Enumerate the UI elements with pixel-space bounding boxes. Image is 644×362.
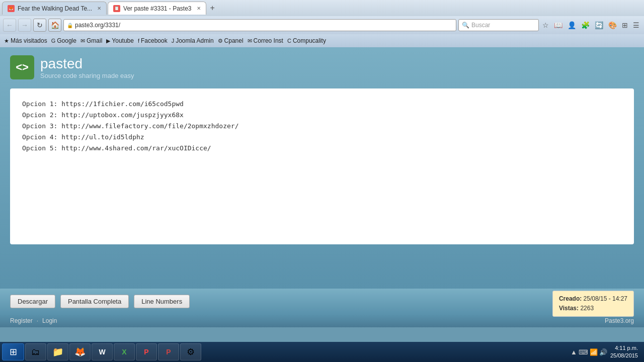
taskbar-sys: ▲ ⌨ 📶 🔊 4:11 p.m. 25/08/2015 [567,344,642,360]
nav-bar: ← → ↻ 🏠 🔒 paste3.org/3331/ 🔍 Buscar ☆ 📖 … [0,16,644,34]
register-link[interactable]: Register [10,317,33,324]
linenumbers-button[interactable]: Line Numbers [134,295,190,308]
search-bar[interactable]: 🔍 Buscar [458,19,539,31]
bookmark-correo[interactable]: ✉ Correo Inst [248,37,283,44]
views-label: Vistas: [559,305,579,312]
taskbar-app-8[interactable]: ⚙ [180,343,201,360]
paste-line-4: Opcion 4: http://ul.to/id5ldphz [22,132,622,143]
notification-icon[interactable]: ▲ [571,348,577,356]
paint-icon[interactable]: 🎨 [607,21,618,29]
sys-icons: ▲ ⌨ 📶 🔊 [571,348,607,356]
bookmark-cpanel[interactable]: ⚙ Cpanel [218,37,244,44]
pasted-brand: pasted Source code sharing made easy [40,56,134,79]
paste-line-1: Opcion 1: https://1fichier.com/i65cod5pw… [22,99,622,110]
pasted-logo-text: pasted [40,56,134,72]
menu-icon[interactable]: ☰ [631,21,641,29]
home-button[interactable]: 🏠 [48,19,61,32]
views-value: 2263 [580,305,594,312]
bookmark-joomla[interactable]: J Joomla Admin [172,37,214,44]
footer-separator: · [37,317,38,324]
meta-box: Creado: 25/08/15 - 14:27 Vistas: 2263 [552,291,634,317]
taskbar-app-2[interactable]: 📁 [47,343,68,360]
tab2-favicon: 📋 [113,5,120,12]
taskbar-app-5[interactable]: X [114,343,135,360]
bookmark-mas-visitados[interactable]: ★ Más visitados [4,37,47,44]
sys-time[interactable]: 4:11 p.m. 25/08/2015 [610,344,638,360]
extensions-icon[interactable]: 🧩 [580,21,591,29]
main-content: <> pasted Source code sharing made easy … [0,47,644,289]
search-icon: 🔍 [462,22,469,29]
pasted-header: <> pasted Source code sharing made easy [10,55,634,79]
reload-button[interactable]: ↻ [33,19,46,32]
bookmark-compucality[interactable]: C Compucality [287,37,326,44]
bookmark-youtube[interactable]: ▶ Youtube [106,37,134,44]
paste-line-2: Opcion 2: http://uptobox.com/juspzjyyx68… [22,110,622,121]
taskbar-app-3[interactable]: 🦊 [69,343,91,360]
clock-time: 4:11 p.m. [610,344,638,352]
pasted-tagline: Source code sharing made easy [40,72,134,79]
gmail-icon: ✉ [80,38,85,44]
clock-date: 25/08/2015 [610,352,638,359]
created-label: Creado: [559,295,582,302]
reader-icon[interactable]: 📖 [552,21,564,29]
paste-content-box: Opcion 1: https://1fichier.com/i65cod5pw… [10,88,634,244]
sync-icon[interactable]: 🔄 [593,21,605,29]
cpanel-icon: ⚙ [218,38,223,44]
tab1-favicon: 🦊 [8,5,15,12]
tab2-label: Ver paste #3331 - Paste3 [123,5,191,12]
title-bar: 🦊 Fear the Walking Dead Te... ✕ 📋 Ver pa… [0,0,644,16]
address-lock-icon: 🔒 [67,23,73,28]
taskbar-app-4[interactable]: W [92,343,113,360]
tab2-close[interactable]: ✕ [197,6,201,11]
pasted-logo-icon: <> [10,55,34,79]
bookmark-facebook[interactable]: f Facebook [138,37,168,44]
footer-brand: Paste3.org [605,317,634,324]
back-button[interactable]: ← [3,19,16,32]
address-bar[interactable]: 🔒 paste3.org/3331/ [63,19,456,31]
google-icon: G [51,38,56,44]
volume-icon[interactable]: 🔊 [599,348,607,356]
youtube-icon: ▶ [106,38,110,44]
facebook-icon: f [138,38,139,44]
tab1-close[interactable]: ✕ [97,6,101,11]
fullscreen-button[interactable]: Pantalla Completa [60,295,129,308]
bottom-bar: Descargar Pantalla Completa Line Numbers… [0,289,644,314]
login-link[interactable]: Login [42,317,57,324]
network-icon[interactable]: 📶 [590,348,598,356]
taskbar-app-1[interactable]: 🗂 [25,343,46,360]
start-button[interactable]: ⊞ [2,343,24,360]
taskbar: ⊞ 🗂 📁 🦊 W X P P ⚙ ▲ ⌨ 📶 🔊 4:11 p.m. 25/0… [0,342,644,362]
star-icon: ★ [4,38,9,44]
created-value: 25/08/15 - 14:27 [584,295,627,302]
new-tab-button[interactable]: + [207,4,218,13]
search-placeholder: Buscar [471,22,490,29]
footer: Register · Login Paste3.org [0,314,644,327]
meta-created: Creado: 25/08/15 - 14:27 [559,294,627,304]
tab1-label: Fear the Walking Dead Te... [18,5,92,12]
download-button[interactable]: Descargar [10,295,55,308]
grid-icon[interactable]: ⊞ [620,21,629,29]
footer-links: Register · Login [10,317,57,324]
paste-line-5: Opcion 5: http://www.4shared.com/rar/xuc… [22,143,622,154]
bookmark-star-icon[interactable]: ☆ [541,21,550,29]
paste-line-3: Opcion 3: http://www.filefactory.com/fil… [22,121,622,132]
address-text: paste3.org/3331/ [75,22,453,29]
joomla-icon: J [172,38,175,44]
meta-views: Vistas: 2263 [559,304,627,313]
taskbar-app-6[interactable]: P [136,343,157,360]
tab-fear-walking-dead[interactable]: 🦊 Fear the Walking Dead Te... ✕ [2,2,107,15]
bookmark-gmail[interactable]: ✉ Gmail [80,37,102,44]
taskbar-apps: 🗂 📁 🦊 W X P P ⚙ [25,343,566,360]
bookmark-google[interactable]: G Google [51,37,76,44]
tab-paste3[interactable]: 📋 Ver paste #3331 - Paste3 ✕ [108,2,206,15]
taskbar-app-7[interactable]: P [158,343,179,360]
correo-icon: ✉ [248,38,252,44]
keyboard-icon[interactable]: ⌨ [579,348,588,356]
compucality-icon: C [287,38,291,44]
bookmarks-bar: ★ Más visitados G Google ✉ Gmail ▶ Youtu… [0,34,644,47]
nav-icons: ☆ 📖 👤 🧩 🔄 🎨 ⊞ ☰ [541,21,641,29]
forward-button[interactable]: → [18,19,31,32]
logo-symbol: <> [16,61,29,74]
profile-icon[interactable]: 👤 [566,21,578,29]
